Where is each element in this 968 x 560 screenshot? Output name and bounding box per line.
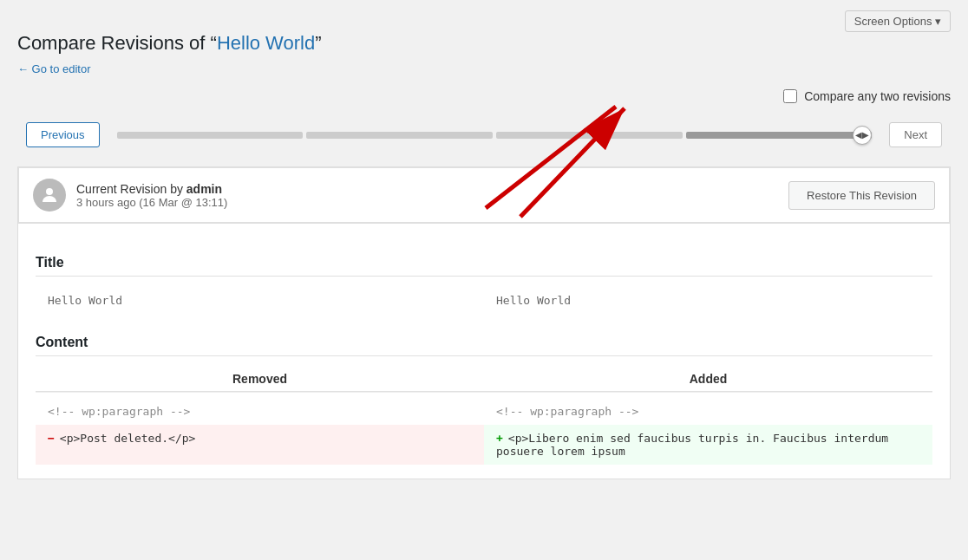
top-bar: Screen Options ▾ bbox=[0, 0, 968, 32]
content-diff-table: <!-- wp:paragraph --> <!-- wp:paragraph … bbox=[36, 398, 932, 465]
slider-segments: ◀▶ bbox=[117, 132, 873, 139]
added-cell: +<p>Libero enim sed faucibus turpis in. … bbox=[484, 425, 932, 465]
slider-segment-1 bbox=[117, 132, 304, 139]
removed-text: <p>Post deleted.</p> bbox=[60, 432, 196, 445]
slider-track[interactable]: ◀▶ bbox=[117, 132, 873, 139]
slider-segment-3 bbox=[496, 132, 683, 139]
nav-slider-row: Previous ◀▶ Next bbox=[17, 115, 951, 154]
avatar bbox=[33, 179, 66, 212]
removed-cell: −<p>Post deleted.</p> bbox=[36, 425, 484, 465]
restore-revision-button[interactable]: Restore This Revision bbox=[788, 181, 935, 210]
diff-column-headers: Removed Added bbox=[36, 367, 932, 393]
diff-area: Title Hello World Hello World Content Re… bbox=[17, 224, 951, 479]
diff-title-section: Title Hello World Hello World bbox=[36, 255, 932, 314]
comment-left-cell: <!-- wp:paragraph --> bbox=[36, 398, 484, 425]
compare-options-row: Compare any two revisions bbox=[17, 89, 951, 103]
diff-minus-sign: − bbox=[48, 432, 55, 445]
revision-left: Current Revision by admin 3 hours ago (1… bbox=[33, 179, 227, 212]
compare-revisions-checkbox[interactable] bbox=[783, 89, 797, 103]
content-area: Compare Revisions of “Hello World” ← Go … bbox=[0, 32, 968, 497]
slider-segment-4 bbox=[686, 132, 873, 139]
go-to-editor-link[interactable]: ← Go to editor bbox=[17, 62, 91, 75]
revision-info-row: Current Revision by admin 3 hours ago (1… bbox=[17, 166, 951, 224]
screen-options-button[interactable]: Screen Options ▾ bbox=[845, 10, 951, 32]
svg-point-0 bbox=[46, 188, 53, 195]
added-text: <p>Libero enim sed faucibus turpis in. F… bbox=[496, 432, 888, 458]
slider-handle[interactable]: ◀▶ bbox=[853, 126, 872, 145]
next-button[interactable]: Next bbox=[889, 122, 942, 147]
revision-info-inner: Current Revision by admin 3 hours ago (1… bbox=[18, 167, 950, 223]
revision-author: admin bbox=[186, 182, 222, 196]
previous-button[interactable]: Previous bbox=[26, 122, 100, 147]
slider-segment-2 bbox=[306, 132, 493, 139]
revision-date: 3 hours ago (16 Mar @ 13:11) bbox=[76, 196, 227, 209]
diff-plus-sign: + bbox=[496, 432, 503, 445]
post-title-link[interactable]: Hello World bbox=[217, 32, 315, 54]
diff-removed-header: Removed bbox=[36, 367, 484, 392]
diff-content-heading: Content bbox=[36, 335, 932, 356]
revision-by: Current Revision by admin bbox=[76, 182, 227, 196]
page-wrapper: Screen Options ▾ Compare Revisions of “H… bbox=[0, 0, 968, 560]
title-right-cell: Hello World bbox=[484, 287, 932, 314]
diff-added-header: Added bbox=[484, 367, 932, 392]
comment-diff-row: <!-- wp:paragraph --> <!-- wp:paragraph … bbox=[36, 398, 932, 425]
title-diff-table: Hello World Hello World bbox=[36, 287, 932, 314]
title-left-cell: Hello World bbox=[36, 287, 484, 314]
diff-title-heading: Title bbox=[36, 255, 932, 277]
page-title: Compare Revisions of “Hello World” bbox=[17, 32, 951, 55]
revision-meta: Current Revision by admin 3 hours ago (1… bbox=[76, 182, 227, 209]
diff-content-section: Content Removed Added <!-- wp:paragraph … bbox=[36, 335, 932, 465]
comment-right-cell: <!-- wp:paragraph --> bbox=[484, 398, 932, 425]
compare-revisions-label: Compare any two revisions bbox=[804, 89, 951, 103]
content-diff-row: −<p>Post deleted.</p> +<p>Libero enim se… bbox=[36, 425, 932, 465]
title-diff-row: Hello World Hello World bbox=[36, 287, 932, 314]
